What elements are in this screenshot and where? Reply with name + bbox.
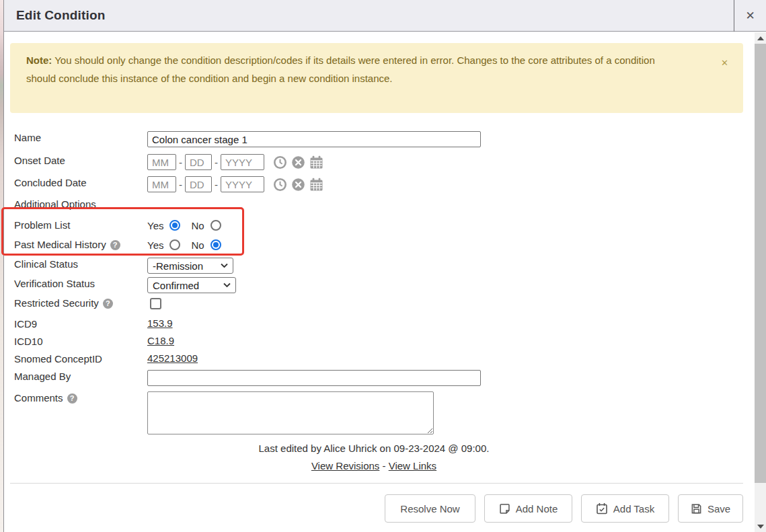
save-label: Save xyxy=(707,503,730,515)
banner-dismiss-icon[interactable]: ✕ xyxy=(721,54,728,72)
footer-divider xyxy=(10,483,743,484)
snomed-link[interactable]: 425213009 xyxy=(147,352,198,364)
past-medical-history-label: Past Medical History xyxy=(14,238,106,252)
link-separator: - xyxy=(383,460,386,471)
problem-list-label: Problem List xyxy=(14,219,147,232)
icd9-link[interactable]: 153.9 xyxy=(147,317,173,329)
view-revisions-link[interactable]: View Revisions xyxy=(311,460,379,471)
additional-options-row: Additional Options xyxy=(14,198,743,210)
onset-yyyy-input[interactable] xyxy=(221,154,264,170)
icd9-row: ICD9 153.9 xyxy=(14,317,743,331)
save-button[interactable]: Save xyxy=(678,494,743,523)
comments-textarea[interactable] xyxy=(147,391,434,434)
edit-condition-dialog: Edit Condition ✕ Note: You should only c… xyxy=(3,0,766,532)
pmh-yes-radio[interactable] xyxy=(169,239,180,250)
note-banner-label: Note: xyxy=(26,54,52,66)
date-separator: - xyxy=(179,157,182,168)
scrollbar[interactable] xyxy=(755,32,766,532)
calendar-icon[interactable] xyxy=(309,155,323,169)
clock-icon[interactable] xyxy=(273,178,287,192)
name-row: Name xyxy=(14,131,743,147)
note-banner-line1: You should only change the condition des… xyxy=(54,54,454,66)
add-task-button[interactable]: Add Task xyxy=(581,494,669,523)
clock-icon[interactable] xyxy=(273,155,287,169)
concluded-date-label: Concluded Date xyxy=(14,176,147,190)
pmh-yes-label: Yes xyxy=(147,239,163,251)
icd10-row: ICD10 C18.9 xyxy=(14,335,743,348)
past-medical-history-row: Past Medical History ? Yes No xyxy=(14,238,743,252)
date-separator: - xyxy=(215,179,218,190)
view-links-link[interactable]: View Links xyxy=(389,460,436,471)
problem-list-no-radio[interactable] xyxy=(210,220,221,231)
problem-list-no-label: No xyxy=(191,220,204,231)
name-label: Name xyxy=(14,131,147,145)
add-task-label: Add Task xyxy=(613,503,654,515)
managed-by-row: Managed By xyxy=(14,370,743,386)
snomed-row: Snomed ConceptID 425213009 xyxy=(14,352,743,366)
additional-options-link[interactable]: Additional Options xyxy=(14,198,96,210)
scrollbar-thumb[interactable] xyxy=(755,44,766,483)
concluded-date-row: Concluded Date - - xyxy=(14,176,743,192)
icd9-label: ICD9 xyxy=(14,317,147,331)
help-icon[interactable]: ? xyxy=(67,393,77,404)
name-input[interactable] xyxy=(147,131,481,147)
help-icon[interactable]: ? xyxy=(103,299,113,309)
verification-status-value: Confirmed xyxy=(153,280,199,291)
concluded-yyyy-input[interactable] xyxy=(221,176,264,192)
scrollbar-up-button[interactable] xyxy=(755,32,766,44)
onset-date-label: Onset Date xyxy=(14,154,147,167)
resolve-now-button[interactable]: Resolve Now xyxy=(385,494,475,523)
note-banner: Note: You should only change the conditi… xyxy=(10,43,743,113)
last-edited-text: Last edited by Alice Uhrick on 09-23-202… xyxy=(5,443,743,454)
triangle-up-icon xyxy=(757,36,764,40)
triangle-down-icon xyxy=(757,525,764,529)
managed-by-label: Managed By xyxy=(14,370,147,383)
date-separator: - xyxy=(179,179,182,190)
dialog-content: Note: You should only change the conditi… xyxy=(5,32,755,532)
concluded-dd-input[interactable] xyxy=(185,176,212,192)
calendar-check-icon xyxy=(596,502,608,515)
restricted-security-row: Restricted Security ? xyxy=(14,297,743,310)
clinical-status-label: Clinical Status xyxy=(14,258,147,271)
onset-dd-input[interactable] xyxy=(185,154,212,170)
note-banner-text: Note: You should only change the conditi… xyxy=(26,51,666,87)
clinical-status-select[interactable]: -Remission xyxy=(147,258,233,274)
pmh-no-radio[interactable] xyxy=(210,239,221,250)
concluded-mm-input[interactable] xyxy=(147,176,176,192)
pmh-no-label: No xyxy=(191,239,204,251)
verification-status-label: Verification Status xyxy=(14,277,147,291)
resolve-now-label: Resolve Now xyxy=(400,503,459,515)
help-icon[interactable]: ? xyxy=(110,240,120,250)
restricted-security-label: Restricted Security xyxy=(14,297,99,310)
calendar-icon[interactable] xyxy=(309,178,323,192)
chevron-down-icon xyxy=(221,263,228,268)
clear-date-icon[interactable] xyxy=(291,178,305,192)
onset-date-row: Onset Date - - xyxy=(14,154,743,170)
chevron-down-icon xyxy=(223,282,231,288)
restricted-security-checkbox[interactable] xyxy=(150,298,161,309)
dialog-button-row: Resolve Now Add Note Add Task xyxy=(385,494,743,523)
onset-mm-input[interactable] xyxy=(147,154,176,170)
problem-list-yes-radio[interactable] xyxy=(169,220,180,231)
scrollbar-down-button[interactable] xyxy=(755,521,766,532)
clear-date-icon[interactable] xyxy=(291,155,305,169)
problem-list-row: Problem List Yes No xyxy=(14,219,743,232)
clinical-status-row: Clinical Status -Remission xyxy=(14,258,743,274)
date-separator: - xyxy=(215,157,218,168)
verification-status-row: Verification Status Confirmed xyxy=(14,277,743,293)
close-icon[interactable]: ✕ xyxy=(734,0,766,32)
problem-list-yes-label: Yes xyxy=(147,220,163,231)
add-note-label: Add Note xyxy=(516,503,558,515)
revision-links-line: View Revisions - View Links xyxy=(5,460,743,471)
add-note-button[interactable]: Add Note xyxy=(484,494,572,523)
note-icon xyxy=(499,503,510,515)
comments-row: Comments ? xyxy=(14,391,743,434)
dialog-title: Edit Condition xyxy=(4,8,106,23)
icd10-label: ICD10 xyxy=(14,335,147,348)
snomed-label: Snomed ConceptID xyxy=(14,352,147,366)
managed-by-input[interactable] xyxy=(147,370,481,386)
icd10-link[interactable]: C18.9 xyxy=(147,335,174,346)
verification-status-select[interactable]: Confirmed xyxy=(147,277,236,293)
clinical-status-value: -Remission xyxy=(153,260,203,272)
dialog-titlebar: Edit Condition ✕ xyxy=(4,0,766,32)
